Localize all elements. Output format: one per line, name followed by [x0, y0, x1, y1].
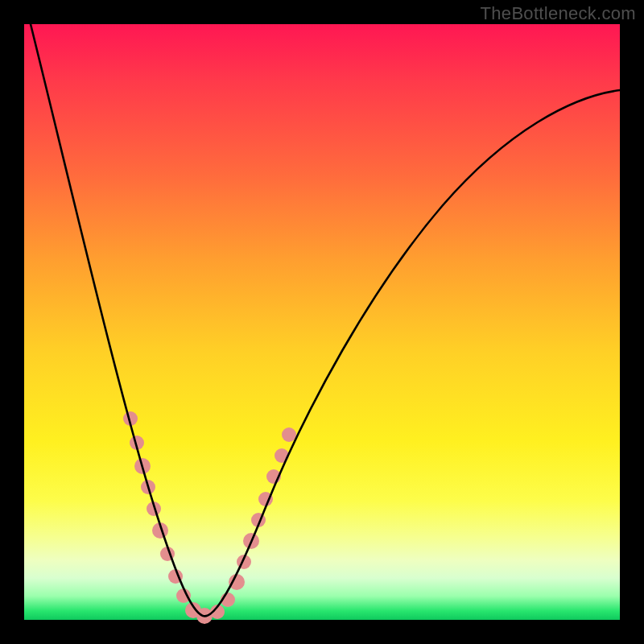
watermark-label: TheBottleneck.com [481, 3, 636, 24]
bottleneck-curve [31, 24, 620, 616]
sample-dot [229, 574, 245, 590]
sample-dot [282, 427, 296, 442]
chart-frame: TheBottleneck.com [0, 0, 644, 644]
chart-svg [24, 24, 620, 620]
plot-area [24, 24, 620, 620]
sample-dots-group [123, 411, 296, 624]
